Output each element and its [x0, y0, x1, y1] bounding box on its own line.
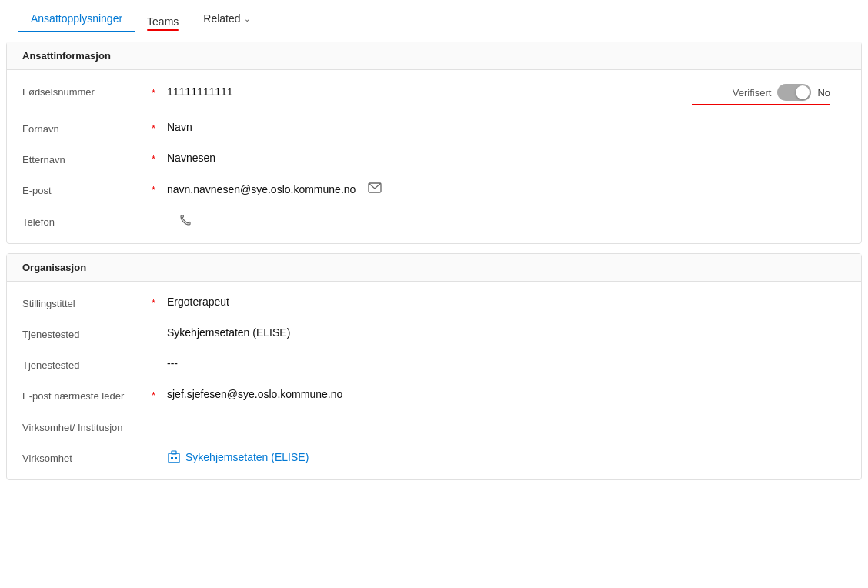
tab-bar: Ansattopplysninger Teams Related ⌄: [6, 6, 862, 32]
verifisert-row: Verifisert No: [733, 84, 830, 101]
label-telefon: Telefon: [22, 214, 145, 229]
section-organisasjon-header: Organisasjon: [7, 254, 861, 282]
value-stillingstittel: Ergoterapeut: [167, 296, 846, 308]
email-icon[interactable]: [368, 182, 382, 196]
tab-teams[interactable]: Teams: [135, 9, 191, 32]
page-content: Ansattopplysninger Teams Related ⌄ Ansat…: [0, 0, 868, 496]
label-epost-leder: E-post nærmeste leder: [22, 388, 145, 403]
building-icon: [167, 450, 181, 464]
chevron-down-icon: ⌄: [244, 15, 250, 23]
svg-rect-3: [171, 457, 173, 459]
label-etternavn: Etternavn: [22, 152, 145, 167]
section-organisasjon-body: Stillingstittel * Ergoterapeut Tjenestes…: [7, 282, 861, 479]
label-fornavn: Fornavn: [22, 121, 145, 136]
form-row-epost: E-post * navn.navnesen@sye.oslo.kommune.…: [7, 175, 861, 205]
label-epost: E-post: [22, 182, 145, 198]
form-row-tjenestested2: Tjenestested * ---: [7, 349, 861, 380]
verifisert-toggle[interactable]: [777, 84, 811, 101]
section-ansattinfo-header: Ansattinformasjon: [7, 42, 861, 70]
value-telefon: [167, 214, 846, 229]
value-etternavn: Navnesen: [167, 152, 846, 164]
phone-icon[interactable]: [179, 214, 192, 229]
verifisert-red-underline: [692, 104, 830, 105]
required-fornavn: *: [152, 121, 161, 134]
section-ansattinfo: Ansattinformasjon Fødselsnummer * 111111…: [6, 42, 862, 244]
form-row-telefon: Telefon *: [7, 206, 861, 237]
label-tjenestested2: Tjenestested: [22, 357, 145, 373]
label-stillingstittel: Stillingstittel: [22, 296, 145, 311]
fodselsnummer-row-inner: Fødselsnummer * 11111111111 Verifisert N…: [22, 84, 846, 105]
value-virksomhet: Sykehjemsetaten (ELISE): [167, 450, 846, 464]
form-row-etternavn: Etternavn * Navnesen: [7, 144, 861, 175]
form-row-virksomhet: Virksomhet * Sykehjemsetaten (ELISE): [7, 443, 861, 473]
value-fodselsnummer: 11111111111: [167, 85, 692, 98]
value-epost-leder: sjef.sjefesen@sye.oslo.kommune.no: [167, 388, 846, 400]
value-epost: navn.navnesen@sye.oslo.kommune.no: [167, 182, 846, 196]
fodselsnummer-right: Verifisert No: [692, 84, 846, 105]
form-row-tjenestested1: Tjenestested * Sykehjemsetaten (ELISE): [7, 319, 861, 349]
value-tjenestested1: Sykehjemsetaten (ELISE): [167, 326, 846, 339]
tab-ansattopplysninger[interactable]: Ansattopplysninger: [18, 6, 135, 32]
svg-rect-4: [175, 457, 177, 459]
svg-rect-2: [172, 451, 176, 454]
label-virksomhet-institusjon: Virksomhet/ Institusjon: [22, 419, 145, 435]
value-fornavn: Navn: [167, 121, 846, 133]
form-row-fornavn: Fornavn * Navn: [7, 113, 861, 144]
required-etternavn: *: [152, 152, 161, 165]
label-fodselsnummer: Fødselsnummer: [22, 84, 145, 99]
fodselsnummer-left: Fødselsnummer * 11111111111: [22, 84, 692, 99]
required-epost-leder: *: [152, 388, 161, 401]
label-virksomhet: Virksomhet: [22, 450, 145, 466]
form-row-virksomhet-institusjon: Virksomhet/ Institusjon *: [7, 412, 861, 443]
required-epost: *: [152, 182, 161, 195]
toggle-no-label: No: [817, 87, 830, 99]
form-row-stillingstittel: Stillingstittel * Ergoterapeut: [7, 288, 861, 319]
section-ansattinfo-body: Fødselsnummer * 11111111111 Verifisert N…: [7, 70, 861, 243]
label-tjenestested1: Tjenestested: [22, 326, 145, 342]
svg-rect-1: [169, 453, 179, 463]
required-stillingstittel: *: [152, 296, 161, 309]
form-row-fodselsnummer: Fødselsnummer * 11111111111 Verifisert N…: [7, 76, 861, 113]
verifisert-label: Verifisert: [733, 87, 772, 99]
required-fodselsnummer: *: [152, 85, 161, 99]
form-row-epost-leder: E-post nærmeste leder * sjef.sjefesen@sy…: [7, 380, 861, 411]
section-organisasjon: Organisasjon Stillingstittel * Ergoterap…: [6, 253, 862, 480]
teams-underline: [147, 29, 179, 31]
virksomhet-link-label: Sykehjemsetaten (ELISE): [185, 451, 309, 463]
tab-related[interactable]: Related ⌄: [191, 6, 262, 32]
virksomhet-link[interactable]: Sykehjemsetaten (ELISE): [167, 450, 309, 464]
value-tjenestested2: ---: [167, 357, 846, 369]
toggle-thumb: [796, 85, 810, 99]
